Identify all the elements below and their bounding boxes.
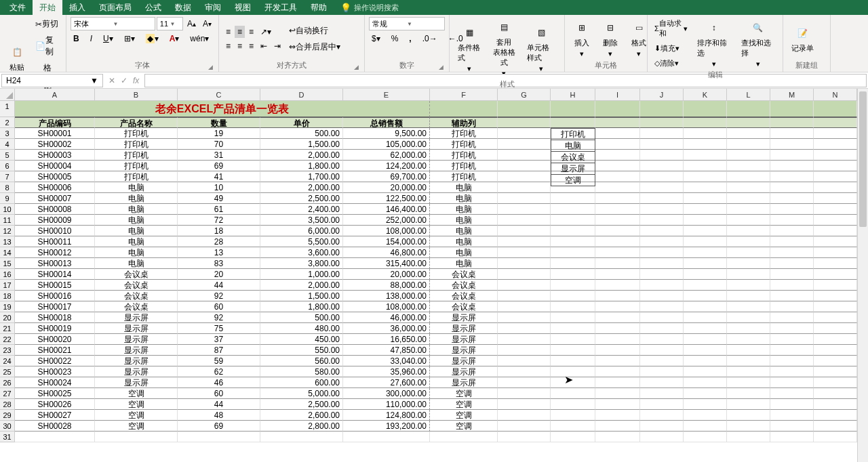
cell[interactable]: 显示屏 [430, 377, 498, 388]
cell[interactable]: SH00009 [15, 215, 95, 226]
fill-color-button[interactable]: ◆ ▾ [143, 33, 161, 45]
cell[interactable]: 3,600.00 [260, 247, 343, 258]
phonetic-button[interactable]: wén ▾ [187, 33, 212, 45]
cell[interactable]: 空调 [430, 399, 498, 410]
cell[interactable]: 44 [178, 280, 260, 291]
cell[interactable] [684, 193, 727, 204]
cell[interactable] [595, 128, 640, 139]
cell[interactable]: 产品名称 [95, 117, 178, 128]
border-button[interactable]: ⊞ ▾ [121, 33, 138, 45]
cell[interactable]: SH00019 [15, 323, 95, 334]
cell[interactable]: 电脑 [430, 193, 498, 204]
cell[interactable]: SH00012 [15, 247, 95, 258]
cell[interactable]: 会议桌 [430, 269, 498, 280]
underline-button[interactable]: U ▾ [100, 33, 116, 45]
cell[interactable] [770, 128, 814, 139]
cell[interactable] [684, 377, 727, 388]
cell[interactable] [814, 280, 857, 291]
cell[interactable] [595, 117, 640, 128]
cell[interactable] [551, 215, 595, 226]
col-header-K[interactable]: K [684, 89, 727, 101]
cell[interactable] [814, 161, 857, 171]
cell[interactable] [498, 101, 551, 117]
paste-button[interactable]: 📋 粘贴 [4, 42, 30, 74]
cell[interactable] [727, 161, 770, 171]
cell[interactable] [770, 101, 814, 117]
cell[interactable] [551, 204, 595, 215]
grow-font-button[interactable]: A▴ [184, 18, 199, 30]
cell[interactable] [727, 334, 770, 345]
cell[interactable] [684, 291, 727, 301]
cell[interactable]: 空调 [430, 388, 498, 399]
cell[interactable] [551, 432, 595, 442]
align-bottom-button[interactable]: ≡ [246, 26, 256, 38]
cell[interactable] [498, 204, 551, 215]
cell[interactable] [727, 291, 770, 301]
cell[interactable] [814, 226, 857, 236]
cell[interactable]: SH00021 [15, 345, 95, 356]
category-item[interactable]: 打印机 [551, 129, 595, 140]
fill-button[interactable]: ⬇ 填充 ▾ [652, 42, 690, 55]
cell[interactable]: 电脑 [95, 193, 178, 204]
cell[interactable]: 27,600.00 [343, 377, 430, 388]
cell[interactable] [595, 247, 640, 258]
category-list[interactable]: 打印机电脑会议桌显示屏空调 [551, 128, 595, 186]
cell[interactable] [640, 410, 684, 421]
cell[interactable] [551, 236, 595, 247]
cell[interactable]: SH00017 [15, 301, 95, 312]
cell[interactable]: 315,400.00 [343, 258, 430, 269]
menu-tab-开始[interactable]: 开始 [33, 0, 62, 16]
cell[interactable] [498, 280, 551, 291]
cell[interactable] [551, 301, 595, 312]
cell[interactable] [814, 182, 857, 193]
cell[interactable]: 87 [178, 345, 260, 356]
cell[interactable] [770, 269, 814, 280]
cell[interactable] [498, 356, 551, 366]
cell[interactable] [814, 117, 857, 128]
cell[interactable] [498, 366, 551, 377]
cell[interactable]: 打印机 [430, 150, 498, 161]
cell[interactable]: 显示屏 [430, 323, 498, 334]
cell[interactable]: 1,800.00 [260, 161, 343, 171]
row-header[interactable]: 14 [0, 247, 15, 258]
cell[interactable] [640, 150, 684, 161]
cell[interactable] [684, 312, 727, 323]
cell[interactable]: 会议桌 [95, 291, 178, 301]
cell[interactable] [814, 334, 857, 345]
row-header[interactable]: 28 [0, 399, 15, 410]
cell[interactable]: 146,400.00 [343, 204, 430, 215]
row-header[interactable]: 10 [0, 204, 15, 215]
menu-tab-插入[interactable]: 插入 [62, 0, 92, 16]
row-header[interactable]: 4 [0, 139, 15, 150]
cell[interactable]: 2,500.00 [260, 399, 343, 410]
cell[interactable]: 总销售额 [343, 117, 430, 128]
cell[interactable] [727, 410, 770, 421]
cell[interactable] [770, 215, 814, 226]
row-header[interactable]: 31 [0, 432, 15, 442]
cell[interactable] [498, 421, 551, 432]
row-header[interactable]: 19 [0, 301, 15, 312]
cell[interactable]: 空调 [95, 388, 178, 399]
row-header[interactable]: 30 [0, 421, 15, 432]
launcher-icon[interactable]: ◢ [208, 64, 213, 70]
cell[interactable] [595, 388, 640, 399]
cell[interactable] [814, 236, 857, 247]
cell[interactable] [727, 215, 770, 226]
cell[interactable]: 电脑 [95, 247, 178, 258]
cell[interactable] [727, 388, 770, 399]
cell[interactable] [727, 247, 770, 258]
indent-dec-button[interactable]: ⇤ [258, 40, 270, 52]
cell[interactable] [498, 291, 551, 301]
cell[interactable] [498, 226, 551, 236]
cell[interactable] [640, 345, 684, 356]
cell-styles-button[interactable]: ▧单元格样式▾ [523, 22, 560, 75]
cell[interactable] [640, 356, 684, 366]
cell[interactable] [498, 128, 551, 139]
cell[interactable]: 电脑 [95, 215, 178, 226]
row-header[interactable]: 2 [0, 117, 15, 128]
cell[interactable] [727, 301, 770, 312]
cell[interactable]: 电脑 [430, 247, 498, 258]
cell[interactable]: SH00003 [15, 150, 95, 161]
find-select-button[interactable]: 🔍查找和选择▾ [737, 18, 778, 70]
cell[interactable]: 31 [178, 150, 260, 161]
